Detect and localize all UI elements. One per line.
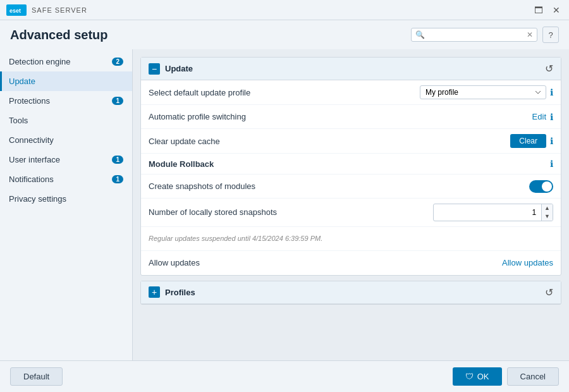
sidebar-item-notifications[interactable]: Notifications 1 bbox=[0, 169, 132, 189]
snapshots-count-control: ▲ ▼ bbox=[433, 204, 553, 221]
profiles-section-header: + Profiles ↺ bbox=[141, 281, 561, 304]
auto-switch-info-icon[interactable]: ℹ bbox=[550, 112, 553, 122]
clear-cache-row: Clear update cache Clear ℹ bbox=[141, 129, 561, 154]
spinner-buttons: ▲ ▼ bbox=[541, 204, 553, 221]
snapshots-count-label: Number of locally stored snapshots bbox=[149, 207, 433, 217]
app-title: SAFE SERVER bbox=[32, 6, 87, 14]
select-profile-control: My profile Default profile ℹ bbox=[420, 85, 553, 99]
update-section: − Update ↺ Select default update profile… bbox=[140, 57, 561, 276]
title-bar-left: eset SAFE SERVER bbox=[6, 4, 87, 16]
select-profile-row: Select default update profile My profile… bbox=[141, 80, 561, 105]
update-section-body: Select default update profile My profile… bbox=[141, 80, 561, 275]
main-content: − Update ↺ Select default update profile… bbox=[133, 49, 569, 360]
sidebar-item-label: User interface bbox=[9, 155, 112, 164]
sidebar-item-detection-engine[interactable]: Detection engine 2 bbox=[0, 52, 132, 71]
allow-updates-control: Allow updates bbox=[502, 258, 553, 267]
sidebar-item-privacy-settings[interactable]: Privacy settings bbox=[0, 189, 132, 209]
ok-button[interactable]: 🛡 OK bbox=[453, 367, 502, 386]
sidebar-item-label: Tools bbox=[9, 116, 123, 125]
content-area: Detection engine 2 Update Protections 1 … bbox=[0, 49, 569, 360]
clear-cache-label: Clear update cache bbox=[149, 137, 510, 146]
update-section-title: Update bbox=[165, 64, 540, 73]
top-bar-right: 🔍 ✕ ? bbox=[411, 27, 559, 43]
profiles-section-reset-icon[interactable]: ↺ bbox=[545, 286, 553, 298]
ok-label: OK bbox=[477, 372, 489, 381]
clear-cache-info-icon[interactable]: ℹ bbox=[550, 136, 553, 146]
clear-cache-control: Clear ℹ bbox=[510, 134, 553, 148]
sidebar-item-label: Privacy settings bbox=[9, 194, 123, 204]
select-profile-info-icon[interactable]: ℹ bbox=[550, 87, 553, 97]
title-bar-controls: 🗖 ✕ bbox=[532, 4, 563, 16]
create-snapshots-label: Create snapshots of modules bbox=[149, 181, 529, 191]
sidebar: Detection engine 2 Update Protections 1 … bbox=[0, 49, 133, 360]
suspended-notice-text: Regular updates suspended until 4/15/202… bbox=[149, 235, 553, 242]
module-rollback-title: Module Rollback bbox=[149, 159, 550, 169]
sidebar-item-label: Protections bbox=[9, 96, 112, 106]
top-bar: Advanced setup 🔍 ✕ ? bbox=[0, 20, 569, 49]
auto-switch-control: Edit ℹ bbox=[532, 112, 553, 122]
sidebar-item-label: Update bbox=[9, 77, 123, 86]
help-button[interactable]: ? bbox=[542, 27, 559, 43]
snapshots-value-input[interactable] bbox=[434, 206, 541, 219]
search-clear-icon[interactable]: ✕ bbox=[527, 30, 533, 39]
update-section-toggle[interactable]: − bbox=[149, 63, 160, 75]
sidebar-item-label: Detection engine bbox=[9, 57, 112, 66]
suspended-notice-row: Regular updates suspended until 4/15/202… bbox=[141, 227, 561, 251]
page-title: Advanced setup bbox=[10, 28, 107, 42]
clear-cache-button[interactable]: Clear bbox=[510, 134, 546, 148]
sidebar-item-update[interactable]: Update bbox=[0, 71, 132, 91]
allow-updates-label: Allow updates bbox=[149, 258, 502, 267]
spinner-up-button[interactable]: ▲ bbox=[542, 204, 553, 212]
create-snapshots-control bbox=[529, 180, 553, 193]
profiles-toggle-icon: + bbox=[152, 287, 157, 297]
update-section-reset-icon[interactable]: ↺ bbox=[545, 63, 553, 75]
sidebar-item-label: Notifications bbox=[9, 175, 112, 184]
select-profile-label: Select default update profile bbox=[149, 88, 420, 97]
sidebar-badge-protections: 1 bbox=[112, 97, 123, 105]
sidebar-badge-detection-engine: 2 bbox=[112, 58, 123, 66]
search-input[interactable] bbox=[427, 30, 527, 39]
toggle-slider bbox=[529, 180, 553, 193]
search-icon: 🔍 bbox=[415, 30, 425, 39]
minimize-button[interactable]: 🗖 bbox=[532, 4, 545, 16]
bottom-bar: Default 🛡 OK Cancel bbox=[0, 360, 569, 392]
search-box: 🔍 ✕ bbox=[411, 28, 537, 42]
create-snapshots-row: Create snapshots of modules bbox=[141, 175, 561, 199]
snapshots-spinner: ▲ ▼ bbox=[433, 204, 553, 221]
sidebar-item-tools[interactable]: Tools bbox=[0, 111, 132, 130]
profiles-section: + Profiles ↺ bbox=[140, 281, 561, 305]
module-rollback-info-icon[interactable]: ℹ bbox=[550, 159, 553, 169]
sidebar-item-protections[interactable]: Protections 1 bbox=[0, 91, 132, 111]
sidebar-item-connectivity[interactable]: Connectivity bbox=[0, 130, 132, 150]
toggle-icon: − bbox=[152, 64, 157, 74]
module-rollback-header: Module Rollback ℹ bbox=[141, 154, 561, 175]
auto-switch-row: Automatic profile switching Edit ℹ bbox=[141, 105, 561, 129]
profile-dropdown[interactable]: My profile Default profile bbox=[420, 85, 546, 99]
allow-updates-link[interactable]: Allow updates bbox=[502, 258, 553, 267]
eset-logo: eset bbox=[6, 4, 27, 16]
auto-switch-label: Automatic profile switching bbox=[149, 112, 532, 121]
sidebar-badge-notifications: 1 bbox=[112, 175, 123, 183]
sidebar-badge-user-interface: 1 bbox=[112, 156, 123, 164]
profiles-section-title: Profiles bbox=[165, 288, 540, 297]
update-section-header: − Update ↺ bbox=[141, 58, 561, 80]
ok-shield-icon: 🛡 bbox=[465, 372, 474, 381]
default-button[interactable]: Default bbox=[10, 367, 63, 386]
title-bar: eset SAFE SERVER 🗖 ✕ bbox=[0, 0, 569, 20]
spinner-down-button[interactable]: ▼ bbox=[542, 212, 553, 221]
close-button[interactable]: ✕ bbox=[550, 4, 563, 16]
bottom-right-buttons: 🛡 OK Cancel bbox=[453, 367, 559, 386]
create-snapshots-toggle[interactable] bbox=[529, 180, 553, 193]
sidebar-item-label: Connectivity bbox=[9, 135, 123, 145]
cancel-button[interactable]: Cancel bbox=[507, 367, 559, 386]
svg-text:eset: eset bbox=[9, 8, 21, 14]
snapshots-count-row: Number of locally stored snapshots ▲ ▼ bbox=[141, 199, 561, 227]
allow-updates-row: Allow updates Allow updates bbox=[141, 251, 561, 275]
sidebar-item-user-interface[interactable]: User interface 1 bbox=[0, 150, 132, 169]
auto-switch-edit-link[interactable]: Edit bbox=[532, 112, 546, 121]
profiles-section-toggle[interactable]: + bbox=[149, 286, 160, 298]
